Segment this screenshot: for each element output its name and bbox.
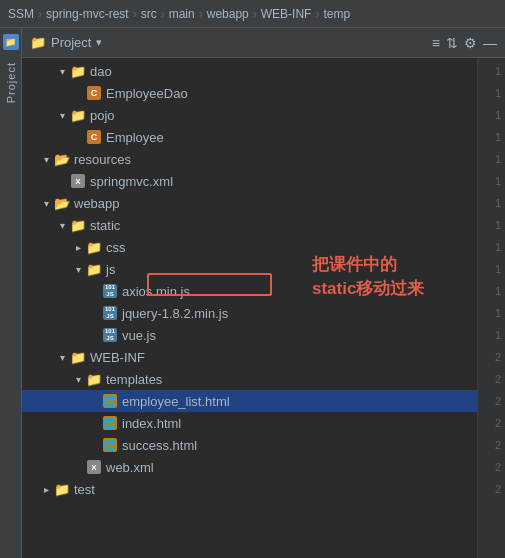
tree-item-label: success.html [122,438,197,453]
tree-item-jquery-js[interactable]: 101 JSjquery-1.8.2.min.js [22,302,477,324]
line-number: 1 [478,82,505,104]
tree-item-resources-folder[interactable]: 📂resources [22,148,477,170]
tree-item-label: springmvc.xml [90,174,173,189]
tree-item-label: web.xml [106,460,154,475]
breadcrumb-spring[interactable]: spring-mvc-rest [46,7,129,21]
expand-icon[interactable]: ⇅ [446,35,458,51]
tree-item-label: jquery-1.8.2.min.js [122,306,228,321]
breadcrumb-src[interactable]: src [141,7,157,21]
line-numbers-gutter: 11111111111112222222 [477,58,505,558]
xml-icon: X [86,459,102,475]
tree-arrow[interactable] [38,198,54,209]
folder-icon: 📁 [30,35,46,50]
tree-item-label: resources [74,152,131,167]
tree-item-label: templates [106,372,162,387]
html-icon: 🌐 [102,415,118,431]
tree-item-index-html[interactable]: 🌐index.html [22,412,477,434]
tree-item-js-folder[interactable]: 📁js [22,258,477,280]
js-icon: 101 JS [102,327,118,343]
tree-item-label: WEB-INF [90,350,145,365]
breadcrumb-bar: SSM › spring-mvc-rest › src › main › web… [0,0,505,28]
line-number: 1 [478,126,505,148]
xml-icon: X [70,173,86,189]
tree-item-label: axios.min.js [122,284,190,299]
minimize-icon[interactable]: — [483,35,497,51]
tree-arrow[interactable] [54,110,70,121]
tree-item-label: static [90,218,120,233]
collapse-all-icon[interactable]: ≡ [432,35,440,51]
java-c-icon: C [86,85,102,101]
folder-icon: 📁 [86,239,102,255]
tree-item-label: index.html [122,416,181,431]
tree-arrow[interactable] [54,352,70,363]
tree-item-label: Employee [106,130,164,145]
tree-arrow[interactable] [70,242,86,253]
tree-item-dao-folder[interactable]: 📁dao [22,60,477,82]
tree-item-axios-js[interactable]: 101 JSaxios.min.js [22,280,477,302]
breadcrumb-webinf[interactable]: WEB-INF [261,7,312,21]
line-number: 1 [478,324,505,346]
folder-icon: 📁 [70,63,86,79]
tree-item-label: js [106,262,115,277]
line-number: 1 [478,302,505,324]
tree-item-pojo-folder[interactable]: 📁pojo [22,104,477,126]
tree-item-static-folder[interactable]: 📁static [22,214,477,236]
breadcrumb-webapp[interactable]: webapp [207,7,249,21]
breadcrumb-temp[interactable]: temp [323,7,350,21]
line-number: 2 [478,390,505,412]
line-number: 2 [478,346,505,368]
dropdown-arrow-icon[interactable]: ▾ [96,36,102,49]
tree-item-springmvc-xml[interactable]: Xspringmvc.xml [22,170,477,192]
folder-icon: 📁 [86,261,102,277]
line-number: 1 [478,148,505,170]
tree-item-success-html[interactable]: 🌐success.html [22,434,477,456]
line-number: 1 [478,104,505,126]
tree-item-label: EmployeeDao [106,86,188,101]
js-icon: 101 JS [102,305,118,321]
panel-title-label: Project [51,35,91,50]
tree-item-webapp-folder[interactable]: 📂webapp [22,192,477,214]
side-tab-label[interactable]: Project [5,62,17,103]
tree-item-label: webapp [74,196,120,211]
tree-arrow[interactable] [54,66,70,77]
html-icon: 🌐 [102,393,118,409]
folder-icon: 📁 [70,217,86,233]
tree-item-label: css [106,240,126,255]
line-number: 2 [478,456,505,478]
line-number: 2 [478,412,505,434]
file-tree: 📁daoCEmployeeDao📁pojoCEmployee📂resources… [22,58,477,558]
breadcrumb-ssm[interactable]: SSM [8,7,34,21]
tree-item-test-folder[interactable]: 📁test [22,478,477,500]
tree-item-templates-folder[interactable]: 📁templates [22,368,477,390]
line-number: 1 [478,60,505,82]
folder-icon: 📁 [54,481,70,497]
tree-arrow[interactable] [70,264,86,275]
breadcrumb-main[interactable]: main [169,7,195,21]
java-c-icon: C [86,129,102,145]
tree-item-web-xml[interactable]: Xweb.xml [22,456,477,478]
tree-item-css-folder[interactable]: 📁css [22,236,477,258]
tree-item-label: test [74,482,95,497]
tree-item-vue-js[interactable]: 101 JSvue.js [22,324,477,346]
folder-special-icon: 📂 [54,195,70,211]
tree-item-label: pojo [90,108,115,123]
settings-icon[interactable]: ⚙ [464,35,477,51]
side-tab[interactable]: 📁 Project [0,28,22,558]
tree-arrow[interactable] [54,220,70,231]
tree-item-EmployeeDao[interactable]: CEmployeeDao [22,82,477,104]
tree-item-Employee[interactable]: CEmployee [22,126,477,148]
line-number: 2 [478,368,505,390]
tree-item-employee-list-html[interactable]: 🌐employee_list.html [22,390,477,412]
tree-item-webinf-folder[interactable]: 📁WEB-INF [22,346,477,368]
line-number: 1 [478,192,505,214]
tree-arrow[interactable] [70,374,86,385]
tree-arrow[interactable] [38,154,54,165]
tree-item-label: dao [90,64,112,79]
panel-header-actions: ≡ ⇅ ⚙ — [432,35,497,51]
line-number: 2 [478,434,505,456]
folder-icon: 📁 [70,107,86,123]
tree-item-label: vue.js [122,328,156,343]
panel-header: 📁 Project ▾ ≡ ⇅ ⚙ — [22,28,505,58]
tree-arrow[interactable] [38,484,54,495]
line-number: 1 [478,280,505,302]
